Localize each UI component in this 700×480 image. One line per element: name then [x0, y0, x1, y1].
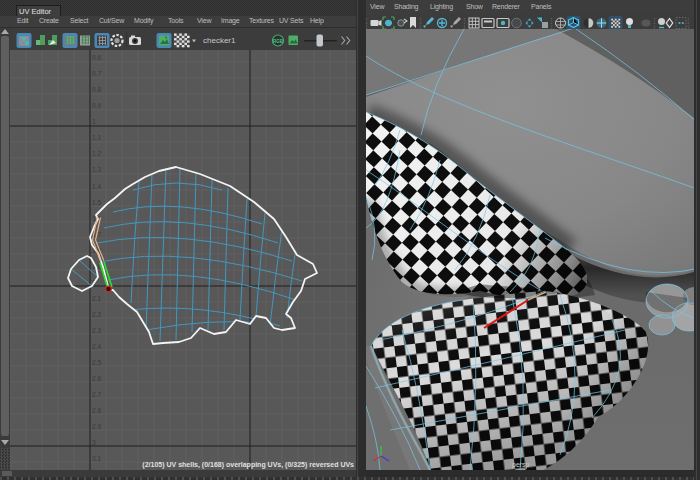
svg-text:2.7: 2.7 — [92, 391, 101, 398]
svg-text:2.6: 2.6 — [92, 375, 101, 382]
svg-text:2.1: 2.1 — [92, 295, 101, 302]
svg-text:2.5: 2.5 — [92, 359, 101, 366]
svg-text:2.2: 2.2 — [92, 311, 101, 318]
svg-text:3: 3 — [92, 439, 96, 446]
svg-text:2.9: 2.9 — [92, 423, 101, 430]
svg-text:1: 1 — [92, 118, 96, 125]
svg-text:2.8: 2.8 — [92, 407, 101, 414]
svg-text:0.6: 0.6 — [92, 54, 101, 61]
svg-text:persp: persp — [512, 461, 530, 469]
svg-text:0.8: 0.8 — [92, 86, 101, 93]
svg-text:1.2: 1.2 — [92, 150, 101, 157]
svg-text:0.9: 0.9 — [92, 102, 101, 109]
svg-text:2.3: 2.3 — [92, 327, 101, 334]
svg-text:1.5: 1.5 — [92, 199, 101, 206]
svg-text:RGB: RGB — [273, 39, 284, 44]
svg-text:1.3: 1.3 — [92, 166, 101, 173]
svg-text:1.4: 1.4 — [92, 183, 101, 190]
svg-text:1.1: 1.1 — [92, 134, 101, 141]
svg-text:2.4: 2.4 — [92, 343, 101, 350]
svg-text:0.7: 0.7 — [92, 70, 101, 77]
